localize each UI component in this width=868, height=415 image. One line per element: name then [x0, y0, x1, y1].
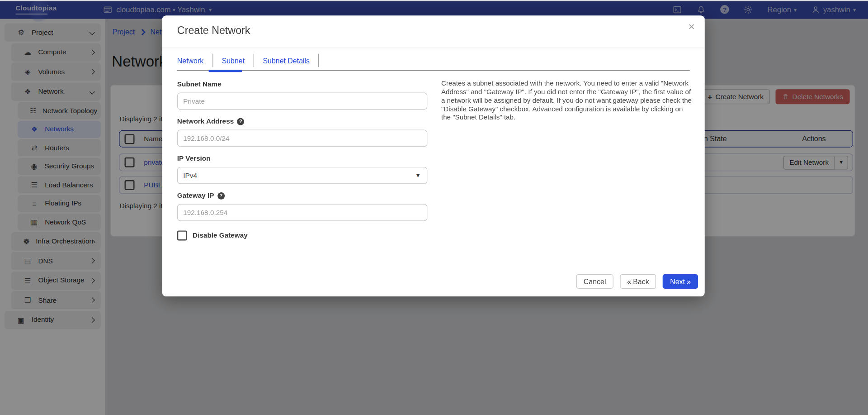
ip-version-label: IP Version [177, 155, 427, 162]
next-button[interactable]: Next » [663, 274, 698, 289]
network-address-label: Network Address ? [177, 118, 427, 125]
gateway-ip-input[interactable] [177, 204, 427, 221]
gateway-ip-label: Gateway IP ? [177, 192, 427, 200]
tab-divider [254, 54, 254, 67]
back-button[interactable]: « Back [620, 274, 656, 289]
modal-title: Create Network [177, 24, 250, 37]
subnet-name-input[interactable] [177, 92, 427, 110]
subnet-tab-panel: Subnet Name Network Address ? IP Version… [162, 67, 705, 240]
modal-footer: Cancel « Back Next » [576, 274, 698, 289]
network-address-input[interactable] [177, 130, 427, 147]
cancel-button[interactable]: Cancel [576, 274, 613, 289]
screen: Cloudtopiaa cloudtopiaa.com • Yashwin ▾ … [0, 0, 868, 415]
create-network-modal: Create Network × Network Subnet Subnet D… [162, 15, 705, 296]
disable-gateway-label: Disable Gateway [193, 232, 248, 239]
disable-gateway-checkbox[interactable] [177, 230, 187, 240]
tab-network[interactable]: Network [177, 56, 203, 64]
top-edge-strip [0, 0, 868, 1]
tab-divider [319, 54, 319, 67]
modal-tabs: Network Subnet Subnet Details [177, 54, 690, 67]
tab-subnet-details[interactable]: Subnet Details [263, 56, 310, 64]
subnet-help-text: Creates a subnet associated with the net… [441, 79, 693, 122]
help-tooltip-icon[interactable]: ? [217, 192, 225, 199]
tab-subnet[interactable]: Subnet [222, 56, 245, 64]
tab-divider [212, 54, 213, 67]
ip-version-select[interactable]: IPv4 ▼ [177, 167, 427, 184]
chevron-down-icon: ▼ [415, 172, 420, 178]
close-icon[interactable]: × [686, 19, 697, 34]
subnet-name-label: Subnet Name [177, 81, 427, 88]
disable-gateway-option[interactable]: Disable Gateway [177, 230, 427, 240]
modal-header: Create Network × [162, 15, 705, 48]
help-tooltip-icon[interactable]: ? [237, 118, 245, 125]
